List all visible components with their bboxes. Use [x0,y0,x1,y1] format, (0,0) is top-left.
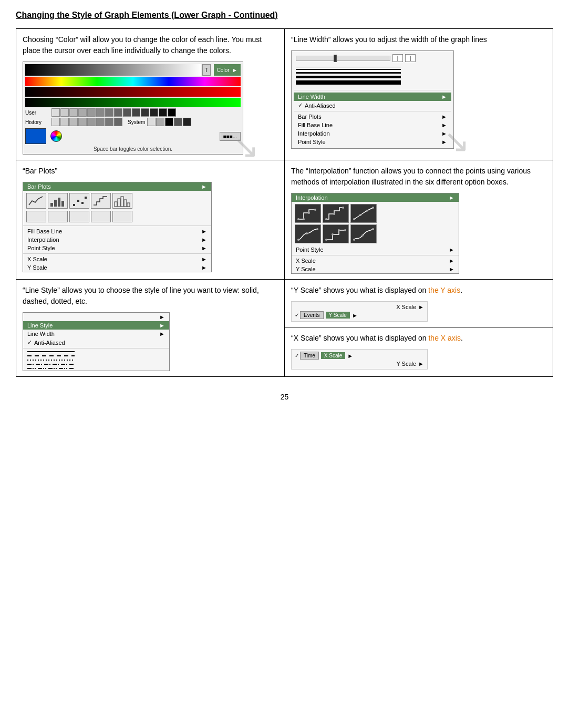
svg-point-23 [372,207,374,209]
cell-top-right: “Line Width” allows you to adjust the wi… [285,29,553,160]
svg-rect-6 [81,202,84,204]
page-title: Changing the Style of Graph Elements (Lo… [16,11,553,20]
svg-point-27 [325,239,327,241]
svg-rect-11 [124,200,127,207]
bottom-left-text: “Line Style” allows you to choose the st… [23,285,278,307]
svg-rect-12 [127,203,130,207]
svg-point-13 [297,218,299,220]
svg-point-17 [325,218,327,220]
svg-point-24 [297,239,299,241]
svg-point-18 [333,213,335,215]
cell-middle-right: The “Interpolation” function allows you … [285,160,553,280]
bar-plots-screenshot: Bar Plots► [23,182,278,272]
svg-rect-7 [85,197,87,199]
top-left-text: Choosing “Color” will allow you to chang… [23,34,278,56]
color-picker-screenshot: T Color ► User [23,61,278,155]
svg-rect-1 [54,200,57,207]
row-2: “Bar Plots” Bar Plots► [16,160,553,280]
cell-middle-left: “Bar Plots” Bar Plots► [16,160,285,280]
svg-point-20 [353,218,355,220]
svg-point-15 [308,212,310,214]
svg-point-33 [372,228,374,230]
svg-rect-0 [50,203,53,207]
xscale-screenshot: ✓ Time X Scale ► Y Scale► [291,349,546,370]
middle-right-text: The “Interpolation” function allows you … [291,166,546,188]
svg-rect-4 [73,204,75,206]
cell-bottom-right: “Y Scale” shows you what is displayed on… [285,280,553,377]
yscale-screenshot: X Scale► ✓ Events Y Scale ► [291,301,546,322]
svg-point-29 [338,229,340,231]
svg-rect-2 [58,198,60,207]
main-table: Choosing “Color” will allow you to chang… [16,28,553,377]
svg-point-21 [359,214,361,216]
line-width-screenshot: | | [291,50,546,149]
svg-point-30 [344,229,346,231]
svg-point-22 [366,210,368,212]
svg-rect-9 [118,199,120,207]
svg-rect-8 [115,202,117,207]
svg-point-32 [361,234,364,237]
svg-point-14 [303,218,305,220]
svg-point-26 [316,228,318,230]
line-style-screenshot: ► Line Style► Line Width► ✓Anti-Aliased [23,312,278,371]
top-right-text: “Line Width” allows you to adjust the wi… [291,34,546,45]
cell-top-left: Choosing “Color” will allow you to chang… [16,29,285,160]
row-1: Choosing “Color” will allow you to chang… [16,29,553,160]
row-3: “Line Style” allows you to choose the st… [16,280,553,377]
yscale-text: “Y Scale” shows you what is displayed on… [291,285,546,296]
svg-point-19 [342,207,344,209]
svg-point-31 [353,239,355,241]
page-number: 25 [16,393,553,401]
xscale-text: “X Scale” shows you what is displayed on… [291,333,546,344]
interpolation-screenshot: Interpolation► [291,193,546,274]
svg-rect-3 [61,201,64,207]
middle-left-text: “Bar Plots” [23,166,278,177]
cell-bottom-left: “Line Style” allows you to choose the st… [16,280,285,377]
svg-point-16 [314,209,316,211]
svg-rect-5 [77,200,79,202]
svg-rect-10 [121,197,123,207]
svg-point-25 [306,232,308,234]
svg-point-28 [332,233,334,235]
